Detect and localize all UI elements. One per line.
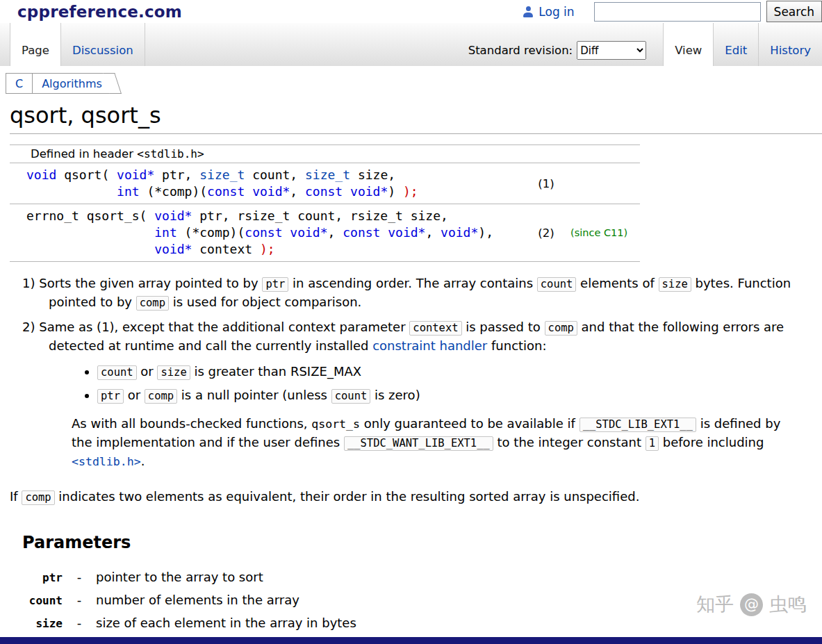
inline-code: size xyxy=(157,365,190,380)
description-section: 1) Sorts the given array pointed to by p… xyxy=(22,274,822,470)
text-token: ); xyxy=(403,184,418,199)
login-link[interactable]: Log in xyxy=(523,5,574,19)
text-token: context xyxy=(192,242,260,256)
text-token: void* xyxy=(388,225,425,240)
text-token: Same as (1), except that the additional … xyxy=(35,320,409,334)
inline-code: comp xyxy=(545,321,577,336)
standard-revision-control: Standard revision: Diff xyxy=(468,23,647,66)
text-token: void* xyxy=(154,208,192,223)
description-item-2: 2) Same as (1), except that the addition… xyxy=(22,318,818,354)
text-token: or xyxy=(137,364,158,379)
text-token: count, xyxy=(245,167,305,182)
site-logo[interactable]: cppreference.com xyxy=(17,3,182,21)
declaration-number: (2) xyxy=(522,226,570,240)
tab-discussion-label: Discussion xyxy=(72,44,133,57)
text-token: (*comp)( xyxy=(177,225,245,240)
text-token: qsort_s xyxy=(311,418,360,431)
inline-code: __STDC_WANT_LIB_EXT1__ xyxy=(344,436,493,451)
table-row: size - size of each element in the array… xyxy=(10,615,822,631)
text-token: size, xyxy=(350,167,395,182)
title-rule: qsort, qsort_s xyxy=(10,102,822,134)
text-token: indicates two elements as equivalent, th… xyxy=(55,489,640,504)
text-token: or xyxy=(124,388,145,402)
text-token xyxy=(245,184,252,199)
text-token: only guaranteed to be available if xyxy=(360,416,579,431)
search-input[interactable] xyxy=(594,2,761,22)
text-token: (*comp)( xyxy=(140,184,208,199)
text-token: As with all bounds-checked functions, xyxy=(72,416,311,431)
text-token xyxy=(26,225,154,240)
param-description: size of each element in the array in byt… xyxy=(96,615,800,631)
text-token: errno_t qsort_s( xyxy=(26,208,154,223)
search-button[interactable]: Search xyxy=(766,1,822,22)
text-token: number of elements in the array xyxy=(96,593,299,607)
text-token xyxy=(282,225,290,240)
parameters-table: ptr - pointer to the array to sort count… xyxy=(10,569,822,644)
tab-view[interactable]: View xyxy=(663,23,714,66)
text-token: . xyxy=(141,454,145,468)
code-line: int (*comp)(const void*, const void*, vo… xyxy=(26,224,522,241)
inline-link[interactable]: constraint handler xyxy=(372,338,487,353)
text-token: int xyxy=(117,184,140,199)
text-token: Sorts the given array pointed to by xyxy=(35,276,262,290)
text-token: size of each element in the array in byt… xyxy=(96,616,356,630)
text-token xyxy=(26,184,117,199)
text-token xyxy=(26,242,154,256)
inline-code: count xyxy=(537,277,577,292)
login-label: Log in xyxy=(539,5,574,19)
text-token: void* xyxy=(290,225,327,240)
tab-edit[interactable]: Edit xyxy=(713,23,759,66)
text-token: in ascending order. The array contains xyxy=(288,276,536,290)
page-title: qsort, qsort_s xyxy=(10,102,822,129)
standard-revision-select[interactable]: Diff xyxy=(577,41,646,60)
param-dash: - xyxy=(63,569,96,586)
page-tab-strip: Page Discussion Standard revision: Diff … xyxy=(0,23,822,66)
inline-code: __STDC_LIB_EXT1__ xyxy=(579,418,696,432)
inline-code: comp xyxy=(136,296,169,311)
text-token: void* xyxy=(350,184,388,199)
header-file-link[interactable]: <stdlib.h> xyxy=(137,147,204,160)
bounds-checked-note: As with all bounds-checked functions, qs… xyxy=(72,415,803,470)
inline-code: ptr xyxy=(97,389,124,404)
equivalence-paragraph: If comp indicates two elements as equiva… xyxy=(10,488,822,506)
tab-page[interactable]: Page xyxy=(10,23,61,66)
text-token: ptr, xyxy=(154,167,199,182)
text-token: ), xyxy=(478,225,493,240)
breadcrumb-algorithms[interactable]: Algorithms xyxy=(32,73,111,94)
inline-code: 1 xyxy=(646,436,659,451)
text-token: is passed to xyxy=(462,320,545,334)
inline-link[interactable]: size_t xyxy=(305,167,350,182)
text-token: void xyxy=(26,167,56,182)
parameters-heading: Parameters xyxy=(22,533,822,552)
declaration-row-qsort: void qsort( void* ptr, size_t count, siz… xyxy=(10,163,640,204)
inline-link[interactable]: size_t xyxy=(199,167,245,182)
text-token: 1) xyxy=(22,276,35,290)
text-token: const xyxy=(343,225,380,240)
site-header: cppreference.com Log in Search xyxy=(0,0,822,23)
code-line: void* context ); xyxy=(26,241,522,258)
table-row: count - number of elements in the array xyxy=(10,592,822,609)
text-token: is greater than RSIZE_MAX xyxy=(190,364,361,379)
text-token: void* xyxy=(252,184,290,199)
breadcrumb-root-c[interactable]: C xyxy=(6,73,32,94)
param-description: number of elements in the array xyxy=(96,592,800,609)
text-token xyxy=(380,225,388,240)
list-item: count or size is greater than RSIZE_MAX xyxy=(97,363,822,381)
inline-code: context xyxy=(409,321,461,336)
inline-code: count xyxy=(331,389,371,404)
defined-in-label: Defined in header xyxy=(31,147,137,160)
declaration-number: (1) xyxy=(522,177,570,190)
inline-code: size xyxy=(659,277,691,292)
inline-link[interactable]: <stdlib.h> xyxy=(72,455,141,468)
text-token: pointer to the array to sort xyxy=(96,570,263,584)
text-token: void* xyxy=(154,242,192,256)
bottom-bar xyxy=(0,637,822,644)
text-token: elements of xyxy=(576,276,658,290)
tab-discussion[interactable]: Discussion xyxy=(60,23,145,66)
inline-code: count xyxy=(97,365,137,380)
tab-history[interactable]: History xyxy=(758,23,822,66)
inline-code: comp xyxy=(22,490,54,505)
text-token: function: xyxy=(487,338,546,353)
table-row: ptr - pointer to the array to sort xyxy=(10,569,822,586)
text-token: before including xyxy=(659,435,764,449)
